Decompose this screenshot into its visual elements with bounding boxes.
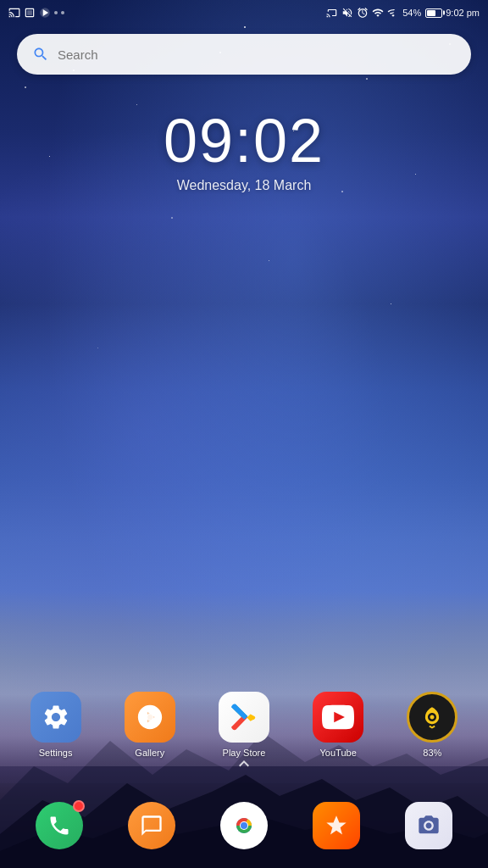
dock-phone[interactable] [36, 802, 83, 849]
search-icon [32, 46, 49, 63]
dock [0, 783, 488, 868]
search-input[interactable] [58, 47, 456, 62]
dot2-icon [61, 11, 64, 14]
playstore-icon [219, 692, 269, 743]
phone-icon [36, 802, 83, 849]
clock-time: 09:02 [0, 110, 488, 171]
app-youtube[interactable]: YouTube [313, 692, 363, 758]
status-left-icons [8, 7, 64, 19]
svg-point-6 [147, 720, 152, 727]
svg-marker-13 [326, 815, 346, 834]
svg-point-3 [147, 708, 152, 715]
dot-icon [54, 11, 58, 14]
app-settings[interactable]: Settings [30, 692, 81, 758]
app-gallery[interactable]: Gallery [125, 692, 175, 758]
settings-icon [30, 692, 81, 743]
battery-icon [425, 8, 442, 18]
app-rocket[interactable]: 83% [407, 692, 458, 758]
svg-point-12 [241, 822, 247, 829]
wifi-icon [372, 7, 384, 19]
gallery-icon [125, 692, 175, 743]
screencast-icon [8, 7, 20, 19]
clock-date: Wednesday, 18 March [0, 178, 488, 193]
dock-video[interactable] [313, 802, 360, 849]
chrome-icon [220, 802, 268, 849]
screenshot-icon [24, 7, 36, 19]
dock-chrome[interactable] [220, 802, 268, 849]
signal-icon [387, 7, 399, 19]
battery-percent: 54% [402, 8, 421, 18]
app-playstore[interactable]: Play Store [219, 692, 269, 758]
app-grid: Settings Gallery [0, 692, 488, 758]
dock-messages[interactable] [128, 802, 175, 849]
phone-badge [73, 800, 85, 812]
video-icon [313, 802, 360, 849]
mute-icon [341, 7, 353, 19]
clock-container: 09:02 Wednesday, 18 March [0, 110, 488, 193]
status-bar: 54% 9:02 pm [0, 0, 488, 25]
dock-camera[interactable] [405, 802, 452, 849]
youtube-icon [313, 692, 363, 743]
swipe-up-indicator[interactable] [0, 754, 488, 778]
cast-icon [326, 7, 338, 19]
search-bar[interactable] [17, 34, 471, 75]
camera-icon [405, 802, 452, 849]
svg-rect-0 [27, 10, 32, 15]
status-right-icons: 54% 9:02 pm [326, 7, 480, 19]
alarm-icon [357, 7, 369, 19]
play-icon [39, 7, 51, 19]
status-time: 9:02 pm [446, 8, 480, 18]
messages-icon [128, 802, 175, 849]
rocket-icon [407, 692, 458, 743]
